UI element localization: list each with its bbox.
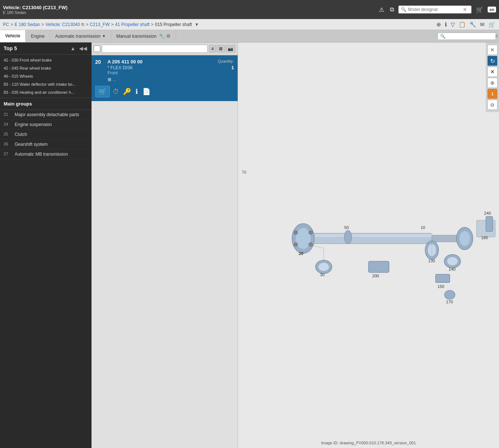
part-main-info: 20 A 205 411 00 00 * FLEX DISK Front ⊞ .…	[95, 59, 142, 82]
cart2-btn[interactable]: 🛒	[488, 21, 496, 29]
info2-btn[interactable]: ℹ	[135, 87, 139, 96]
diagram-area: 70 20 10	[238, 42, 499, 439]
part-code: A 205 411 00 00	[108, 59, 143, 64]
svg-point-16	[344, 230, 351, 244]
svg-point-30	[447, 257, 458, 265]
svg-rect-3	[305, 234, 432, 237]
svg-rect-20	[486, 216, 492, 232]
list-view-btn[interactable]: ≡	[209, 45, 216, 52]
grid-view-btn[interactable]: ⊞	[217, 45, 225, 52]
zoom-in-btn[interactable]: ⊕	[436, 21, 442, 29]
close-panel-btn[interactable]: ✕	[487, 45, 498, 55]
breadcrumb-sep3: >	[86, 22, 88, 27]
right-panel: 70 20 10	[238, 42, 499, 448]
group-num: 26	[4, 142, 12, 146]
breadcrumb-pc[interactable]: PC	[3, 22, 9, 27]
breadcrumb: PC > E 180 Sedan > Vehicle: C213040 ⧉ > …	[3, 22, 199, 27]
quantity-value: 1	[231, 65, 234, 70]
copy-vehicle-icon[interactable]: ⧉	[81, 22, 84, 27]
rotate-btn[interactable]: ↻	[487, 56, 498, 66]
double-left-btn[interactable]: ◀◀	[78, 45, 88, 51]
warning-icon-btn[interactable]: ⚠	[377, 5, 386, 15]
top5-item[interactable]: 42 - 030 Front wheel brake	[0, 56, 92, 64]
tab-search-input[interactable]	[447, 34, 495, 39]
envelope-btn[interactable]: ✉	[479, 21, 485, 29]
nav-tabs-bar: Vehicle Engine Automatic transmission ▼ …	[0, 30, 499, 42]
main-groups-list[interactable]: 21 Major assembly detachable parts 24 En…	[0, 110, 92, 448]
group-item[interactable]: 21 Major assembly detachable parts	[0, 110, 92, 120]
doc2-btn[interactable]: 📄	[142, 87, 151, 96]
top5-item[interactable]: 42 - 045 Rear wheel brake	[0, 64, 92, 72]
tab-search-clear[interactable]: ✕	[495, 34, 498, 39]
svg-point-6	[294, 231, 298, 234]
group-item[interactable]: 27 Automatic MB transmission	[0, 149, 92, 159]
part-quantity: Quantity: 1	[218, 59, 234, 70]
svg-text:130: 130	[428, 259, 435, 263]
filter-btn[interactable]: ▽	[450, 21, 456, 29]
key-btn[interactable]: 🔑	[122, 87, 132, 96]
svg-text:150: 150	[437, 284, 444, 289]
left-sidebar: Top 5 ▲ ◀◀ 42 - 030 Front wheel brake 42…	[0, 42, 92, 448]
part-details: A 205 411 00 00 * FLEX DISK Front ⊞ ...	[108, 59, 143, 82]
zoom-out-diagram-btn[interactable]: ⊖	[487, 100, 498, 110]
cart-icon-btn[interactable]: 🛒	[474, 5, 485, 15]
tab-manual-transmission[interactable]: Manual transmission 🔧 ⚙	[111, 30, 176, 42]
main-layout: Top 5 ▲ ◀◀ 42 - 030 Front wheel brake 42…	[0, 42, 499, 448]
highlight-btn[interactable]: 1	[487, 89, 498, 99]
top5-list: 42 - 030 Front wheel brake 42 - 045 Rear…	[0, 55, 92, 98]
table-icon: ⊞	[108, 77, 111, 82]
group-item[interactable]: 26 Gearshift system	[0, 140, 92, 149]
tab-auto-transmission[interactable]: Automatic transmission ▼	[50, 30, 111, 42]
search-clear-icon[interactable]: ✕	[463, 7, 467, 12]
top5-item[interactable]: 83 - 110 Water deflector with intake bo.…	[0, 80, 92, 88]
svg-text:50: 50	[344, 225, 349, 230]
image-id: Image ID: drawing_PV000.010.178.349_vers…	[238, 439, 499, 448]
breadcrumb-fw[interactable]: C213_FW	[90, 22, 109, 27]
svg-text:20: 20	[299, 251, 303, 256]
svg-point-13	[459, 231, 470, 246]
tab-engine[interactable]: Engine	[26, 30, 50, 42]
top5-item[interactable]: 40 - 015 Wheels	[0, 72, 92, 80]
vehicle-info: Vehicle: C213040 (C213_FW) E 180 Sedan	[3, 5, 67, 15]
group-item[interactable]: 25 Clutch	[0, 130, 92, 140]
svg-text:200: 200	[372, 274, 379, 278]
group-name: Engine suspension	[15, 122, 52, 127]
top-bar: Vehicle: C213040 (C213_FW) E 180 Sedan ⚠…	[0, 0, 499, 19]
breadcrumb-vehicle[interactable]: Vehicle: C213040	[45, 22, 80, 27]
tab-vehicle[interactable]: Vehicle	[0, 30, 26, 42]
group-num: 27	[4, 152, 12, 156]
tab-search-icon: 🔍	[440, 34, 446, 39]
add-to-cart-btn[interactable]: 🛒	[95, 86, 110, 97]
part-row: 20 A 205 411 00 00 * FLEX DISK Front ⊞ .…	[92, 55, 238, 101]
timer-btn[interactable]: ⏱	[113, 88, 119, 96]
group-item[interactable]: 24 Engine suspension	[0, 120, 92, 130]
top5-item-label: 83 - 035 Heating and air conditioner h..…	[4, 90, 74, 95]
breadcrumb-e180[interactable]: E 180 Sedan	[15, 22, 40, 27]
image-view-btn[interactable]: 📷	[226, 45, 235, 52]
svg-text:140: 140	[448, 267, 455, 271]
doc-btn[interactable]: 📋	[458, 21, 466, 29]
top5-header: Top 5 ▲ ◀◀	[0, 42, 92, 55]
svg-point-5	[296, 228, 311, 249]
collapse-btn[interactable]: ▲	[70, 45, 76, 51]
breadcrumb-propshaft[interactable]: 41 Propeller shaft	[115, 22, 149, 27]
copy-icon-btn[interactable]: ⧉	[388, 5, 395, 14]
top5-item[interactable]: 83 - 035 Heating and air conditioner h..…	[0, 88, 92, 96]
group-name: Automatic MB transmission	[15, 152, 68, 157]
zoom-diagram-btn[interactable]: ⊕	[487, 78, 498, 88]
top5-item-label: 42 - 030 Front wheel brake	[4, 58, 52, 62]
close2-btn[interactable]: ✕	[487, 67, 498, 77]
group-num: 24	[4, 122, 12, 126]
model-search-input[interactable]	[408, 7, 463, 12]
breadcrumb-actions: ⊕ ℹ ▽ 📋 🔧 ✉ 🛒	[436, 21, 496, 29]
part-search-input[interactable]	[102, 45, 208, 53]
wrench-btn[interactable]: 🔧	[469, 21, 477, 29]
group-name: Gearshift system	[15, 142, 48, 147]
language-badge[interactable]: en	[488, 7, 496, 12]
svg-text:10: 10	[421, 225, 425, 230]
info-btn[interactable]: ℹ	[444, 21, 448, 29]
svg-rect-32	[436, 274, 450, 282]
breadcrumb-sep1: >	[11, 22, 13, 27]
breadcrumb-sep5: >	[151, 22, 153, 27]
part-select-checkbox[interactable]	[94, 45, 100, 52]
